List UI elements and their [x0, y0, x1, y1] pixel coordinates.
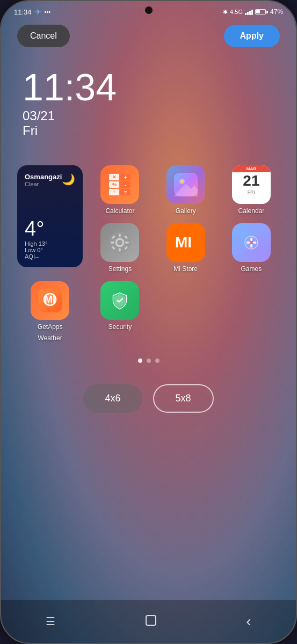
network-type: 4.5G — [230, 9, 243, 15]
grid-selector: 4x6 5x8 — [1, 374, 296, 429]
app-grid: Osmangazi Clear 🌙 4° High 13° Low 0° AQI… — [1, 149, 296, 336]
battery-indicator — [255, 9, 268, 14]
svg-rect-25 — [250, 244, 252, 246]
weather-low: Low 0° — [25, 247, 75, 253]
svg-rect-27 — [253, 242, 255, 244]
calendar-date-num: 21 — [243, 172, 259, 189]
weather-widget[interactable]: Osmangazi Clear 🌙 4° High 13° Low 0° AQI… — [17, 165, 83, 267]
grid-4x6-button[interactable]: 4x6 — [83, 384, 142, 413]
weather-temperature: 4° — [25, 217, 75, 240]
weather-aqi: AQI-- — [25, 253, 75, 260]
svg-point-23 — [250, 241, 253, 244]
page-dot-2[interactable] — [147, 358, 151, 363]
getapps-label: GetApps — [38, 323, 63, 331]
grid-5x8-button[interactable]: 5x8 — [153, 384, 214, 413]
bluetooth-icon: ✱ — [223, 9, 228, 16]
svg-rect-9 — [111, 241, 115, 243]
svg-point-6 — [117, 240, 122, 245]
top-buttons: Cancel Apply — [1, 19, 296, 53]
settings-label: Settings — [108, 265, 132, 273]
signal-bars — [245, 9, 253, 15]
front-camera — [145, 6, 153, 14]
svg-rect-10 — [126, 241, 129, 243]
telegram-icon: ✈ — [35, 8, 41, 16]
page-dot-3[interactable] — [155, 358, 160, 363]
back-button[interactable]: ‹ — [246, 614, 251, 629]
clock-section: 11:34 03/21 Fri — [1, 53, 296, 149]
app-calculator[interactable]: ✕ + % - ÷ = Calculator — [91, 165, 148, 215]
app-calendar[interactable]: MAR 21 FRI Calendar — [223, 165, 280, 215]
gallery-label: Gallery — [176, 207, 196, 215]
svg-rect-7 — [119, 233, 121, 237]
app-getapps[interactable]: MI GetApps — [17, 281, 83, 331]
games-label: Games — [241, 265, 262, 273]
home-button[interactable] — [145, 614, 157, 629]
status-right: ✱ 4.5G 47% — [223, 8, 283, 16]
menu-button[interactable]: ☰ — [46, 615, 55, 628]
weather-condition: Clear — [25, 181, 62, 187]
phone-screen: 11:34 ✈ ••• ✱ 4.5G 4 — [1, 1, 296, 643]
calculator-label: Calculator — [105, 207, 134, 215]
status-time: 11:34 — [14, 8, 32, 16]
phone-frame: 11:34 ✈ ••• ✱ 4.5G 4 — [0, 0, 297, 644]
weather-label: Weather — [38, 334, 62, 342]
app-games[interactable]: Games — [223, 223, 280, 273]
app-security[interactable]: Security — [91, 281, 148, 331]
apply-button[interactable]: Apply — [224, 25, 280, 47]
svg-rect-24 — [250, 239, 252, 241]
calendar-month: MAR — [232, 165, 271, 172]
app-settings[interactable]: Settings — [91, 223, 148, 273]
weather-high: High 13° — [25, 240, 75, 247]
calendar-icon: MAR 21 FRI — [232, 165, 271, 204]
page-indicators — [1, 342, 296, 374]
page-dot-1[interactable] — [138, 358, 142, 363]
app-gallery[interactable]: Gallery — [157, 165, 214, 215]
svg-text:MI: MI — [175, 235, 192, 251]
svg-rect-32 — [146, 616, 156, 625]
nav-bar: ☰ ‹ — [1, 600, 296, 643]
gallery-icon — [166, 165, 205, 204]
moon-icon: 🌙 — [62, 173, 75, 186]
svg-point-2 — [180, 180, 184, 183]
clock-time: 11:34 — [23, 69, 274, 106]
svg-rect-26 — [248, 242, 250, 244]
cancel-button[interactable]: Cancel — [17, 25, 70, 47]
calculator-icon: ✕ + % - ÷ = — [100, 165, 139, 204]
security-label: Security — [108, 323, 132, 331]
svg-text:MI: MI — [45, 294, 55, 305]
battery-percent: 47% — [270, 8, 283, 16]
getapps-icon: MI — [31, 281, 69, 320]
clock-date: 03/21 Fri — [23, 108, 274, 138]
mistore-icon: MI — [166, 223, 205, 262]
more-icon: ••• — [45, 9, 51, 15]
status-left: 11:34 ✈ ••• — [14, 8, 50, 16]
svg-rect-8 — [119, 248, 121, 252]
calendar-label: Calendar — [238, 207, 265, 215]
settings-icon — [100, 223, 139, 262]
security-icon — [100, 281, 139, 320]
mistore-label: Mi Store — [173, 265, 198, 273]
weather-city: Osmangazi — [25, 173, 62, 181]
app-mistore[interactable]: MI Mi Store — [157, 223, 214, 273]
games-icon — [232, 223, 271, 262]
calendar-day-label: FRI — [248, 189, 256, 195]
